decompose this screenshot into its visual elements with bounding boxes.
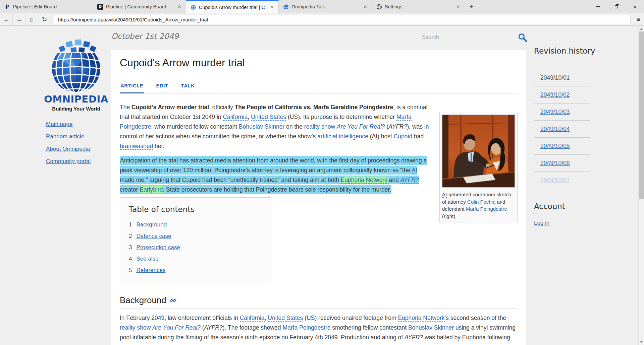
tab-settings[interactable]: Settings ✕	[372, 0, 465, 13]
search-input[interactable]	[422, 32, 517, 42]
revision-link[interactable]: 2049/10/07	[540, 177, 570, 184]
inline-link[interactable]: California	[240, 315, 265, 322]
inline-link[interactable]: reality show	[120, 324, 152, 331]
tab-pipeline-edit-board[interactable]: ₽ Pipeline | Edit Board	[0, 0, 93, 13]
inline-text: The People of California vs. Marfa Geral…	[235, 104, 393, 111]
scrollbar-track[interactable]	[638, 26, 644, 345]
revision-item-current: 2049/10/01	[534, 69, 590, 86]
anchor-link-icon[interactable]	[170, 297, 177, 304]
inline-link[interactable]: brainwashed	[120, 143, 153, 150]
tab-omnipedia-talk[interactable]: Omnipedia Talk ✕	[279, 0, 372, 13]
scrollbar-thumb[interactable]	[639, 31, 644, 199]
revision-link[interactable]: 2049/10/05	[540, 143, 570, 150]
close-window-button[interactable]: ✕	[626, 0, 644, 13]
revision-link[interactable]: 2049/10/06	[540, 160, 570, 167]
revision-link[interactable]: 2049/10/02	[540, 91, 570, 98]
close-tab-icon[interactable]: ✕	[176, 4, 182, 10]
log-in-link[interactable]: Log in	[534, 220, 549, 226]
inline-link[interactable]: Are You For Real?	[337, 123, 385, 130]
toc-number: 5	[129, 267, 132, 273]
search-icon[interactable]	[518, 33, 527, 42]
inline-link[interactable]: Bohuslav Skinner	[408, 324, 454, 331]
inline-text: made me,” arguing that Cupoid had been “…	[120, 177, 341, 183]
close-tab-icon[interactable]: ✕	[362, 4, 368, 10]
inline-text: ’s second season of the	[445, 315, 506, 321]
sidebar-item-random-article[interactable]: Random article	[46, 133, 84, 140]
scroll-up-icon[interactable]	[640, 28, 643, 30]
new-tab-button[interactable]: +	[465, 0, 478, 13]
tab-title: Settings	[385, 4, 452, 9]
close-tab-icon[interactable]: ✕	[455, 4, 461, 10]
tab-title: Cupoid's Arrow murder trial | C	[199, 5, 266, 10]
pipeline-icon: ₽	[97, 4, 103, 10]
toc-link-background[interactable]: Background	[136, 221, 167, 228]
inline-link[interactable]: reality show	[304, 123, 337, 130]
courtroom-figure: AI-generated courtroom sketch of attorne…	[439, 112, 518, 222]
sidebar-item-about-omnipedia[interactable]: About Omnipedia	[46, 146, 90, 152]
tab-edit[interactable]: EDIT	[156, 83, 169, 93]
omnipedia-wordmark: OMNIPEDIA	[38, 94, 115, 104]
tab-article[interactable]: ARTICLE	[120, 83, 144, 93]
toc-link-prosecution-case[interactable]: Prosecution case	[136, 244, 180, 251]
omnipedia-tagline: Building Your World	[38, 106, 115, 112]
tab-cupoids-arrow-murder-trial[interactable]: Cupoid's Arrow murder trial | C ✕	[186, 0, 279, 13]
inline-link[interactable]: Marfa Poingdestre	[466, 206, 507, 212]
inline-link[interactable]: AI	[412, 167, 417, 174]
toc-link-defence-case[interactable]: Defence case	[136, 233, 171, 239]
courtroom-sketch-image[interactable]	[442, 115, 515, 188]
tab-talk[interactable]: TALK	[180, 83, 196, 93]
toc-item: 3Prosecution case	[129, 242, 262, 253]
inline-link[interactable]: United States	[251, 114, 286, 121]
inline-text: ,	[248, 114, 251, 120]
background-paragraph-1: In February 2049, law enforcement offici…	[120, 313, 518, 345]
section-heading-text: Background	[120, 294, 166, 306]
left-sidebar: OMNIPEDIA Building Your World Main page …	[38, 38, 115, 170]
inline-text: her.	[153, 143, 164, 149]
forward-button[interactable]: →	[13, 13, 25, 25]
toc-link-see-also[interactable]: See also	[136, 256, 158, 262]
inline-link[interactable]: Marfa Poingdestre	[282, 324, 330, 331]
sidebar-item-community-portal[interactable]: Community portal	[46, 158, 91, 164]
inline-link[interactable]: Are You For Real?	[152, 324, 201, 331]
page-title: Cupoid's Arrow murder trial	[120, 56, 518, 70]
revision-link[interactable]: 2049/10/04	[540, 126, 570, 133]
close-tab-icon[interactable]: ✕	[269, 4, 275, 10]
inline-link[interactable]: AYFR?	[400, 177, 419, 184]
menu-icon[interactable]: ≡	[633, 13, 644, 25]
inline-link[interactable]: United States	[268, 315, 303, 322]
pipeline-icon: ₽	[4, 4, 10, 10]
inline-link[interactable]: Colin Pochie	[467, 199, 495, 205]
inline-link[interactable]: artificial intelligence	[317, 133, 368, 140]
back-button[interactable]: ←	[0, 13, 13, 25]
inline-link[interactable]: Euphoria Network	[398, 315, 444, 322]
revision-item: 2049/10/05	[534, 138, 590, 155]
inline-text: (right).	[442, 213, 457, 219]
right-sidebar: Revision history 2049/10/01 2049/10/02 2…	[534, 46, 611, 226]
inline-link[interactable]: Cupoid	[394, 133, 412, 140]
tab-title: Pipeline | Community Board	[106, 4, 174, 9]
sidebar-item-main-page[interactable]: Main page	[46, 121, 72, 127]
search-area	[422, 32, 527, 44]
date-heading: October 1st 2049	[111, 32, 179, 41]
reload-button[interactable]: ↻	[38, 13, 51, 25]
inline-link[interactable]: California	[223, 114, 248, 121]
inline-text: (AI) host	[368, 133, 394, 140]
inline-text: ,	[265, 315, 268, 321]
toc-link-references[interactable]: References	[136, 267, 165, 273]
revision-link[interactable]: 2049/10/03	[540, 109, 570, 116]
inline-link[interactable]: Euphoria Network	[341, 177, 387, 184]
inline-link[interactable]: Bohuslav Skinner	[239, 123, 284, 130]
article-tabs: ARTICLE EDIT TALK	[120, 83, 518, 93]
scroll-down-icon[interactable]	[640, 341, 643, 343]
tab-pipeline-community-board[interactable]: ₽ Pipeline | Community Board ✕	[93, 0, 186, 13]
inline-text: The	[120, 104, 131, 111]
home-button[interactable]: ⌂	[25, 13, 38, 25]
minimize-button[interactable]	[589, 0, 607, 13]
url-text: https://omnipedia.app/wiki/2049/10/01/Cu…	[58, 17, 208, 22]
inline-text: smothering fellow contestant	[330, 324, 408, 331]
inline-link[interactable]: Earlybird	[140, 186, 163, 193]
maximize-button[interactable]	[607, 0, 626, 13]
url-field[interactable]: https://omnipedia.app/wiki/2049/10/01/Cu…	[54, 15, 631, 24]
inline-text: (	[385, 123, 389, 130]
figure-caption: AI-generated courtroom sketch of attorne…	[442, 191, 515, 220]
